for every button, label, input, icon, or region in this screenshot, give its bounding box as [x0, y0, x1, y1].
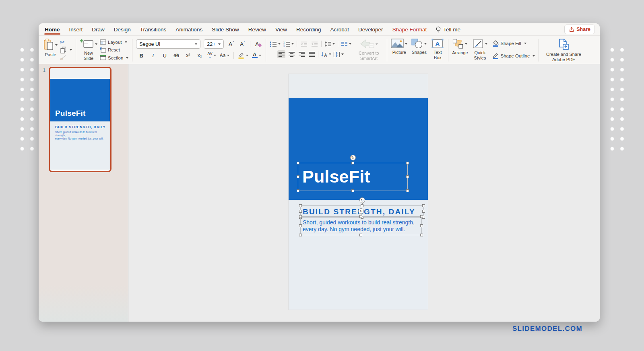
rotate-handle[interactable]: ↻: [350, 155, 356, 160]
selection-handle[interactable]: [299, 210, 302, 213]
arrange-button[interactable]: Arrange: [452, 37, 468, 63]
clear-formatting-button[interactable]: A: [254, 40, 262, 48]
tab-insert[interactable]: Insert: [69, 24, 83, 35]
shape-outline-button[interactable]: Shape Outline: [492, 52, 535, 59]
superscript-button[interactable]: x²: [184, 51, 192, 60]
line-spacing-button[interactable]: [324, 40, 335, 48]
chevron-down-icon: [332, 43, 335, 45]
cut-button[interactable]: ✂: [60, 39, 72, 45]
bullets-button[interactable]: [270, 40, 281, 48]
copy-button[interactable]: [60, 47, 72, 53]
align-text-icon: [333, 51, 340, 57]
increase-font-size-button[interactable]: Aˆ: [227, 40, 235, 48]
rotate-handle[interactable]: ↻: [359, 197, 365, 203]
share-button[interactable]: Share: [564, 25, 595, 34]
shape-fill-button[interactable]: Shape Fill: [492, 40, 535, 47]
selection-handle[interactable]: [299, 204, 302, 207]
section-button[interactable]: Section: [100, 54, 128, 61]
italic-button[interactable]: I: [149, 51, 157, 60]
subscript-button[interactable]: x₂: [196, 51, 204, 60]
highlighter-icon: [238, 52, 245, 59]
body-text-box[interactable]: ↻ Short, guided workouts to build real s…: [300, 216, 422, 235]
character-spacing-button[interactable]: AV ↔: [207, 51, 216, 60]
slide-title-text[interactable]: PulseFit: [298, 163, 407, 190]
selection-handle[interactable]: [297, 189, 299, 192]
chevron-down-icon: [218, 43, 221, 45]
selection-handle[interactable]: [359, 234, 362, 236]
shapes-icon: [411, 39, 423, 49]
selection-handle[interactable]: [361, 204, 363, 207]
align-right-button[interactable]: [297, 50, 305, 58]
selection-handle[interactable]: [299, 234, 302, 236]
create-share-adobe-pdf-button[interactable]: Create and Share Adobe PDF: [543, 37, 584, 63]
strikethrough-button[interactable]: ab: [172, 51, 180, 60]
selection-handle[interactable]: [351, 162, 354, 164]
selection-handle[interactable]: [299, 215, 302, 218]
tab-transitions[interactable]: Transitions: [140, 24, 167, 35]
align-text-vertical-button[interactable]: [333, 50, 344, 58]
change-case-button[interactable]: Aa: [220, 51, 229, 60]
tell-me-control[interactable]: Tell me: [436, 26, 460, 33]
tab-view[interactable]: View: [275, 24, 287, 35]
shapes-button[interactable]: Shapes: [411, 37, 427, 63]
selection-handle[interactable]: [299, 224, 302, 227]
new-slide-button[interactable]: New Slide: [80, 37, 97, 63]
selection-handle[interactable]: [420, 215, 423, 218]
selection-handle[interactable]: [297, 175, 299, 178]
text-direction-button[interactable]: A: [321, 50, 331, 58]
reset-button[interactable]: Reset: [100, 47, 128, 53]
selection-handle[interactable]: [359, 215, 362, 218]
selection-handle[interactable]: [406, 162, 409, 164]
selection-handle[interactable]: [297, 162, 299, 164]
tab-animations[interactable]: Animations: [175, 24, 203, 35]
rotate-handle[interactable]: ↻: [358, 208, 364, 214]
selection-handle[interactable]: [420, 224, 423, 227]
selection-handle[interactable]: [351, 189, 354, 192]
svg-text:3: 3: [283, 45, 285, 47]
numbering-button[interactable]: 123: [283, 40, 294, 48]
font-color-button[interactable]: A: [252, 51, 261, 60]
bold-button[interactable]: B: [137, 51, 145, 60]
text-box-button[interactable]: A Text Box: [431, 37, 444, 63]
selection-handle[interactable]: [406, 175, 409, 178]
title-text-box[interactable]: ↻ PulseFit: [298, 163, 408, 191]
slide-body-text[interactable]: Short, guided workouts to build real str…: [301, 217, 421, 232]
tab-recording[interactable]: Recording: [296, 24, 322, 35]
convert-smartart-button[interactable]: Convert to SmartArt: [354, 37, 383, 63]
quick-styles-button[interactable]: Quick Styles: [472, 37, 488, 63]
paste-button[interactable]: Paste: [43, 37, 58, 63]
increase-indent-button[interactable]: [310, 40, 318, 48]
justify-button[interactable]: [308, 50, 316, 58]
tab-review[interactable]: Review: [248, 24, 266, 35]
tab-developer[interactable]: Developer: [358, 24, 384, 35]
selection-handle[interactable]: [422, 204, 425, 207]
tab-home[interactable]: Home: [44, 24, 60, 35]
decrease-font-size-button[interactable]: Aˇ: [238, 40, 246, 48]
tab-shape-format[interactable]: Shape Format: [392, 24, 427, 35]
decrease-indent-icon: [301, 41, 308, 47]
tab-slide-show[interactable]: Slide Show: [211, 24, 239, 35]
font-name-select[interactable]: Segoe UI: [136, 39, 200, 49]
slide[interactable]: ↻ PulseFit ↻ BUILD STRENGTH, DAILY ↻: [289, 74, 428, 310]
slide-thumbnail-selected[interactable]: PulseFit BUILD STRENGTH, DAILY Short, gu…: [49, 67, 111, 172]
adobe-pdf-icon: [558, 39, 569, 51]
tab-acrobat[interactable]: Acrobat: [330, 24, 350, 35]
decrease-indent-button[interactable]: [300, 40, 308, 48]
highlight-color-button[interactable]: [238, 51, 248, 60]
align-center-button[interactable]: [287, 50, 295, 58]
selection-handle[interactable]: [406, 189, 409, 192]
underline-button[interactable]: U: [161, 51, 169, 60]
align-left-button[interactable]: [277, 50, 285, 58]
thumb-slide-title: PulseFit: [55, 109, 86, 118]
shape-outline-label: Shape Outline: [501, 53, 530, 58]
picture-button[interactable]: Picture: [391, 37, 407, 63]
columns-button[interactable]: [341, 40, 351, 48]
selection-handle[interactable]: [420, 234, 423, 236]
font-size-select[interactable]: 22+: [204, 39, 224, 49]
tab-draw[interactable]: Draw: [91, 24, 105, 35]
selection-handle[interactable]: [422, 210, 425, 213]
layout-button[interactable]: Layout: [100, 39, 128, 45]
format-painter-button[interactable]: [60, 54, 72, 61]
tab-design[interactable]: Design: [114, 24, 131, 35]
group-divider: [132, 39, 132, 62]
